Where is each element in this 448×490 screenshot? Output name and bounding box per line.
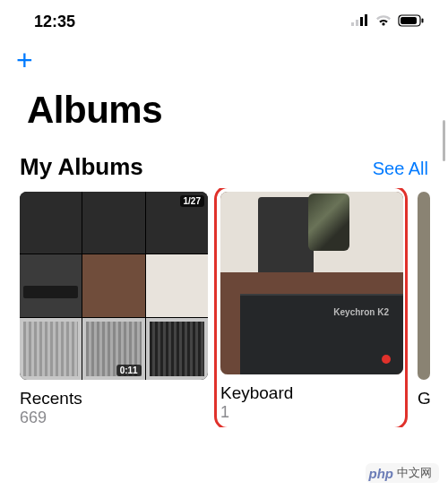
cellular-icon [351,13,369,31]
album-name: Recents [20,389,208,408]
album-thumbnail: 1/27 0:11 [20,192,208,380]
badge-count: 1/27 [180,195,204,207]
svg-rect-2 [360,17,363,26]
svg-rect-5 [401,17,417,24]
album-name: Keyboard [220,383,401,403]
album-count: 1 [220,403,401,422]
album-keyboard[interactable]: Keychron K2 Keyboard 1 [217,188,405,427]
albums-scroll[interactable]: 1/27 0:11 Recents 669 Keychron K2 Keyboa… [0,188,448,427]
album-peek[interactable]: G [418,192,430,427]
see-all-link[interactable]: See All [373,159,428,179]
badge-duration: 0:11 [116,365,142,376]
album-count: 669 [20,408,208,427]
page-title: Albums [0,82,448,144]
section-title: My Albums [20,153,143,181]
watermark-text: 中文网 [397,465,432,481]
svg-rect-1 [356,20,358,26]
album-thumbnail: Keychron K2 [220,192,403,374]
watermark-logo: php [369,466,394,481]
status-bar: 12:35 [0,0,448,40]
scroll-indicator [443,120,445,161]
section-header: My Albums See All [0,144,448,188]
status-indicators [351,13,425,31]
battery-icon [398,13,425,31]
album-recents[interactable]: 1/27 0:11 Recents 669 [20,192,208,427]
status-time: 12:35 [34,13,75,31]
svg-rect-3 [365,14,367,26]
wifi-icon [375,13,392,31]
svg-rect-0 [351,22,354,26]
box-label: Keychron K2 [333,307,389,317]
album-thumbnail [418,192,430,380]
album-name: G [418,389,430,408]
watermark: php 中文网 [366,463,440,483]
add-button[interactable]: + [16,46,33,74]
svg-rect-6 [422,19,424,23]
toolbar: + [0,40,448,82]
